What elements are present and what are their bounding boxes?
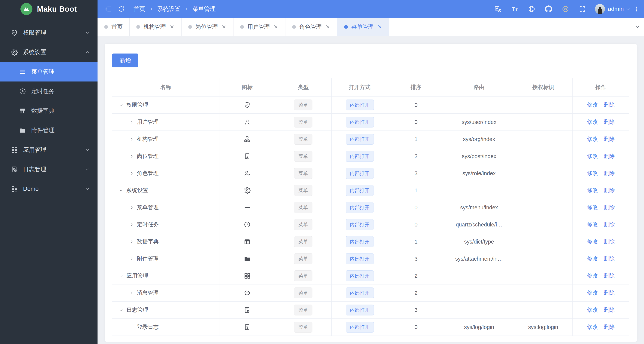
table-row: 定时任务 菜单 内部打开 0 quartz/schedule/i… 修改 删除 (112, 216, 629, 233)
logo-mountain-icon (20, 3, 32, 15)
sidebar-item[interactable]: Demo (0, 179, 98, 199)
delete-link[interactable]: 删除 (604, 204, 615, 211)
edit-link[interactable]: 修改 (587, 135, 598, 143)
sidebar-item-label: 日志管理 (23, 165, 85, 173)
org-tree-icon (244, 136, 250, 142)
edit-link[interactable]: 修改 (587, 221, 598, 228)
breadcrumb-item[interactable]: 系统设置 (157, 5, 180, 13)
avatar[interactable] (595, 4, 605, 14)
breadcrumb-item[interactable]: 首页 (134, 5, 145, 13)
expand-row-icon[interactable] (129, 291, 134, 295)
sidebar-item[interactable]: 权限管理 (0, 23, 98, 43)
add-button[interactable]: 新增 (112, 54, 138, 67)
delete-link[interactable]: 删除 (604, 118, 615, 126)
tab[interactable]: 菜单管理 (338, 18, 389, 36)
sidebar-item[interactable]: 日志管理 (0, 160, 98, 179)
tab-close-icon[interactable] (221, 24, 226, 30)
content: 新增 名称图标类型打开方式排序路由授权标识操作 权限管理 菜单 内部打开 0 (98, 36, 644, 344)
edit-link[interactable]: 修改 (587, 289, 598, 297)
tab[interactable]: 首页 (98, 18, 130, 36)
expand-row-icon[interactable] (129, 205, 134, 210)
chevron-down-icon (85, 186, 90, 192)
delete-link[interactable]: 删除 (604, 187, 615, 194)
type-tag: 菜单 (294, 270, 312, 281)
chevron-down-icon[interactable] (626, 7, 630, 12)
edit-link[interactable]: 修改 (587, 187, 598, 194)
edit-link[interactable]: 修改 (587, 152, 598, 160)
delete-link[interactable]: 删除 (604, 152, 615, 160)
github-icon[interactable] (540, 0, 557, 18)
edit-link[interactable]: 修改 (587, 272, 598, 280)
edit-link[interactable]: 修改 (587, 323, 598, 331)
badge-icon (244, 153, 250, 160)
delete-link[interactable]: 删除 (604, 238, 615, 245)
tab-close-icon[interactable] (169, 24, 174, 30)
delete-link[interactable]: 删除 (604, 221, 615, 228)
perm-value (514, 165, 572, 182)
sidebar-item[interactable]: 数据字典 (0, 101, 98, 121)
tab-list-dropdown[interactable] (631, 18, 644, 36)
globe-icon[interactable] (523, 0, 540, 18)
tab[interactable]: 机构管理 (130, 18, 182, 36)
edit-link[interactable]: 修改 (587, 118, 598, 126)
expand-row-icon[interactable] (129, 137, 134, 142)
open-type-tag: 内部打开 (346, 100, 374, 110)
collapse-row-icon[interactable] (119, 188, 124, 193)
route-value: sys/menu/index (444, 199, 514, 216)
sidebar-item[interactable]: 系统设置 (0, 43, 98, 62)
edit-link[interactable]: 修改 (587, 255, 598, 262)
sidebar-item-label: 附件管理 (31, 126, 90, 134)
collapse-row-icon[interactable] (119, 274, 124, 278)
translate-icon[interactable] (490, 0, 506, 18)
breadcrumb-separator-icon (149, 7, 154, 11)
tab-close-icon[interactable] (273, 24, 278, 30)
delete-link[interactable]: 删除 (604, 323, 615, 331)
edit-link[interactable]: 修改 (587, 238, 598, 245)
collapse-row-icon[interactable] (119, 103, 124, 107)
sort-value: 3 (388, 301, 444, 319)
table-row: 数据字典 菜单 内部打开 1 sys/dict/type 修改 删除 (112, 233, 629, 250)
delete-link[interactable]: 删除 (604, 272, 615, 280)
tab[interactable]: 角色管理 (286, 18, 338, 36)
refresh-icon[interactable] (115, 0, 128, 18)
fullscreen-icon[interactable] (574, 0, 591, 18)
delete-link[interactable]: 删除 (604, 169, 615, 177)
sidebar-item[interactable]: 应用管理 (0, 140, 98, 160)
open-type-tag: 内部打开 (346, 236, 374, 247)
column-header: 打开方式 (332, 78, 388, 97)
edit-link[interactable]: 修改 (587, 101, 598, 109)
sidebar-item[interactable]: 定时任务 (0, 82, 98, 101)
more-menu-icon[interactable] (630, 0, 642, 18)
tab[interactable]: 岗位管理 (182, 18, 234, 36)
sidebar-item[interactable]: 附件管理 (0, 121, 98, 140)
open-type-tag: 内部打开 (346, 185, 374, 196)
font-size-icon[interactable]: TT (506, 0, 523, 18)
tab-close-icon[interactable] (377, 24, 382, 30)
expand-row-icon[interactable] (129, 239, 134, 244)
table-row: 权限管理 菜单 内部打开 0 修改 删除 (112, 97, 629, 114)
collapse-menu-icon[interactable] (102, 0, 115, 18)
tab-close-icon[interactable] (325, 24, 330, 30)
tab[interactable]: 用户管理 (234, 18, 286, 36)
expand-row-icon[interactable] (129, 256, 134, 261)
edit-link[interactable]: 修改 (587, 169, 598, 177)
delete-link[interactable]: 删除 (604, 289, 615, 297)
tab-label: 机构管理 (144, 23, 166, 31)
gitee-icon[interactable] (557, 0, 574, 18)
sort-value: 0 (388, 319, 444, 336)
delete-link[interactable]: 删除 (604, 255, 615, 262)
type-tag: 菜单 (294, 253, 312, 264)
expand-row-icon[interactable] (129, 222, 134, 227)
edit-link[interactable]: 修改 (587, 204, 598, 211)
sidebar-item[interactable]: 菜单管理 (0, 62, 98, 82)
delete-link[interactable]: 删除 (604, 101, 615, 109)
collapse-row-icon[interactable] (119, 308, 124, 312)
table-row: 日志管理 菜单 内部打开 3 修改 删除 (112, 301, 629, 319)
edit-link[interactable]: 修改 (587, 306, 598, 314)
expand-row-icon[interactable] (129, 154, 134, 159)
user-name[interactable]: admin (608, 6, 624, 13)
delete-link[interactable]: 删除 (604, 135, 615, 143)
delete-link[interactable]: 删除 (604, 306, 615, 314)
expand-row-icon[interactable] (129, 171, 134, 176)
expand-row-icon[interactable] (129, 120, 134, 124)
